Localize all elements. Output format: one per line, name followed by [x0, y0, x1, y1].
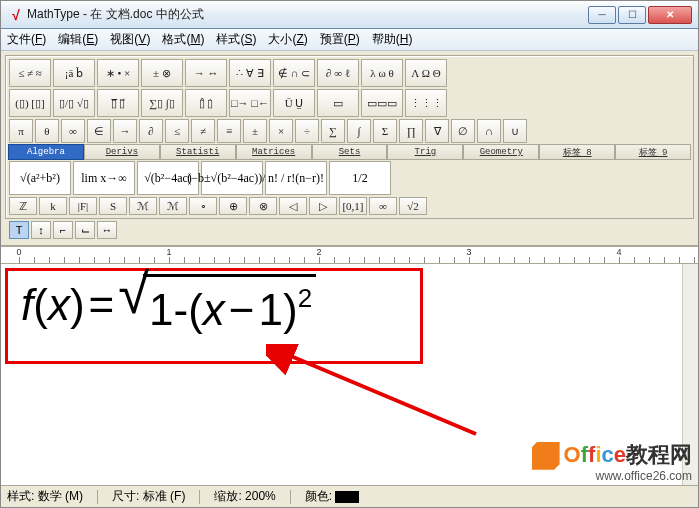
palette-btn-r0-c0[interactable]: ≤ ≠ ≈ — [9, 59, 51, 87]
expr-template-3[interactable]: (−b±√(b²−4ac))/2a — [201, 161, 263, 195]
tab-algebra[interactable]: Algebra — [8, 144, 84, 160]
palette-btn-r2-c3[interactable]: ∈ — [87, 119, 111, 143]
window-title: MathType - 在 文档.doc 中的公式 — [27, 6, 588, 23]
palette-btn-r2-c4[interactable]: → — [113, 119, 137, 143]
palette-btn-r2-c5[interactable]: ∂ — [139, 119, 163, 143]
sym-btn-0[interactable]: ℤ — [9, 197, 37, 215]
menu-s[interactable]: 样式(S) — [216, 31, 256, 48]
palette-btn-r1-c4[interactable]: ▯̂ ▯̇ — [185, 89, 227, 117]
sym-btn-11[interactable]: [0,1] — [339, 197, 367, 215]
menu-e[interactable]: 编辑(E) — [58, 31, 98, 48]
palette-btn-r0-c7[interactable]: ∂ ∞ ℓ — [317, 59, 359, 87]
svg-line-1 — [286, 354, 476, 434]
palette-btn-r2-c1[interactable]: θ — [35, 119, 59, 143]
sym-btn-7[interactable]: ⊕ — [219, 197, 247, 215]
palette-btn-r2-c9[interactable]: ± — [243, 119, 267, 143]
palette-btn-r2-c8[interactable]: ≡ — [217, 119, 241, 143]
palette-btn-r1-c9[interactable]: ⋮⋮⋮ — [405, 89, 447, 117]
status-style[interactable]: 样式: 数学 (M) — [7, 488, 83, 505]
expr-template-5[interactable]: 1/2 — [329, 161, 391, 195]
palette-btn-r2-c7[interactable]: ≠ — [191, 119, 215, 143]
tab-geometry[interactable]: Geometry — [463, 144, 539, 160]
palette-btn-r0-c8[interactable]: λ ω θ — [361, 59, 403, 87]
ruler-label-4: 4 — [616, 247, 621, 257]
toolbtn-1[interactable]: ↕ — [31, 221, 51, 239]
palette-btn-r2-c17[interactable]: ∅ — [451, 119, 475, 143]
horizontal-ruler[interactable]: 01234 — [1, 246, 698, 264]
palette-btn-r1-c3[interactable]: ∑▯ ∫▯ — [141, 89, 183, 117]
status-zoom[interactable]: 缩放: 200% — [214, 488, 275, 505]
palette-btn-r1-c6[interactable]: Ū Ṳ — [273, 89, 315, 117]
expr-template-4[interactable]: n! / r!(n−r)! — [265, 161, 327, 195]
status-color[interactable]: 颜色: — [305, 488, 360, 505]
watermark-url: www.office26.com — [532, 470, 692, 483]
toolbtn-0[interactable]: T — [9, 221, 29, 239]
sym-btn-4[interactable]: ℳ — [129, 197, 157, 215]
tab-derivs[interactable]: Derivs — [84, 144, 160, 160]
palette-btn-r2-c15[interactable]: ∏ — [399, 119, 423, 143]
menu-f[interactable]: 文件(F) — [7, 31, 46, 48]
tab-标签 9[interactable]: 标签 9 — [615, 144, 691, 160]
palette-btn-r0-c4[interactable]: → ↔ — [185, 59, 227, 87]
expr-template-0[interactable]: √(a²+b²) — [9, 161, 71, 195]
toolbtn-2[interactable]: ⌐ — [53, 221, 73, 239]
tab-matrices[interactable]: Matrices — [236, 144, 312, 160]
eq-sqrt: √ 1-(x−1)2 — [118, 274, 316, 335]
palette-btn-r0-c5[interactable]: ∴ ∀ ∃ — [229, 59, 271, 87]
toolbtn-4[interactable]: ↔ — [97, 221, 117, 239]
sym-btn-13[interactable]: √2 — [399, 197, 427, 215]
menu-p[interactable]: 预置(P) — [320, 31, 360, 48]
palette-btn-r0-c9[interactable]: Λ Ω Θ — [405, 59, 447, 87]
menu-v[interactable]: 视图(V) — [110, 31, 150, 48]
tab-sets[interactable]: Sets — [312, 144, 388, 160]
palette-btn-r2-c6[interactable]: ≤ — [165, 119, 189, 143]
sym-btn-8[interactable]: ⊗ — [249, 197, 277, 215]
palette-btn-r1-c1[interactable]: ▯/▯ √▯ — [53, 89, 95, 117]
maximize-button[interactable]: ☐ — [618, 6, 646, 24]
palette-btn-r2-c18[interactable]: ∩ — [477, 119, 501, 143]
sym-btn-1[interactable]: k — [39, 197, 67, 215]
palette-btn-r2-c12[interactable]: ∑ — [321, 119, 345, 143]
palette-btn-r1-c7[interactable]: ▭ — [317, 89, 359, 117]
palette-btn-r0-c2[interactable]: ∗ • × — [97, 59, 139, 87]
sym-btn-10[interactable]: ▷ — [309, 197, 337, 215]
palette-btn-r2-c0[interactable]: π — [9, 119, 33, 143]
sym-btn-9[interactable]: ◁ — [279, 197, 307, 215]
palette-btn-r0-c6[interactable]: ∉ ∩ ⊂ — [273, 59, 315, 87]
toolbtn-3[interactable]: ⌙ — [75, 221, 95, 239]
minimize-button[interactable]: ─ — [588, 6, 616, 24]
palette-btn-r1-c0[interactable]: (▯) [▯] — [9, 89, 51, 117]
sym-btn-12[interactable]: ∞ — [369, 197, 397, 215]
palette-btn-r2-c19[interactable]: ∪ — [503, 119, 527, 143]
palette-btn-r2-c13[interactable]: ∫ — [347, 119, 371, 143]
symbol-palette: ≤ ≠ ≈¡ä b̂∗ • ×± ⊗→ ↔∴ ∀ ∃∉ ∩ ⊂∂ ∞ ℓλ ω … — [5, 55, 694, 219]
palette-btn-r0-c1[interactable]: ¡ä b̂ — [53, 59, 95, 87]
tab-trig[interactable]: Trig — [387, 144, 463, 160]
eq-equals: = — [85, 280, 119, 330]
menu-h[interactable]: 帮助(H) — [372, 31, 413, 48]
palette-btn-r1-c2[interactable]: ▯̅ ▯⃗ — [97, 89, 139, 117]
sym-btn-5[interactable]: ℳ — [159, 197, 187, 215]
palette-btn-r2-c11[interactable]: ÷ — [295, 119, 319, 143]
sym-btn-6[interactable]: ∘ — [189, 197, 217, 215]
menu-z[interactable]: 大小(Z) — [268, 31, 307, 48]
palette-btn-r0-c3[interactable]: ± ⊗ — [141, 59, 183, 87]
equation-content[interactable]: f ( x ) = √ 1-(x−1)2 — [21, 274, 316, 335]
palette-btn-r2-c16[interactable]: ∇ — [425, 119, 449, 143]
palette-btn-r2-c10[interactable]: × — [269, 119, 293, 143]
ruler-label-2: 2 — [316, 247, 321, 257]
menu-m[interactable]: 格式(M) — [162, 31, 204, 48]
sym-btn-3[interactable]: S — [99, 197, 127, 215]
tab-标签 8[interactable]: 标签 8 — [539, 144, 615, 160]
close-button[interactable]: ✕ — [648, 6, 692, 24]
color-swatch[interactable] — [335, 491, 359, 503]
tab-statisti[interactable]: Statisti — [160, 144, 236, 160]
palette-btn-r2-c14[interactable]: Σ — [373, 119, 397, 143]
status-size[interactable]: 尺寸: 标准 (F) — [112, 488, 185, 505]
expression-templates: √(a²+b²)lim x→∞√(b²−4ac)(−b±√(b²−4ac))/2… — [8, 160, 691, 196]
palette-btn-r2-c2[interactable]: ∞ — [61, 119, 85, 143]
palette-btn-r1-c5[interactable]: □→ □← — [229, 89, 271, 117]
expr-template-1[interactable]: lim x→∞ — [73, 161, 135, 195]
sym-btn-2[interactable]: |F| — [69, 197, 97, 215]
palette-btn-r1-c8[interactable]: ▭▭▭ — [361, 89, 403, 117]
